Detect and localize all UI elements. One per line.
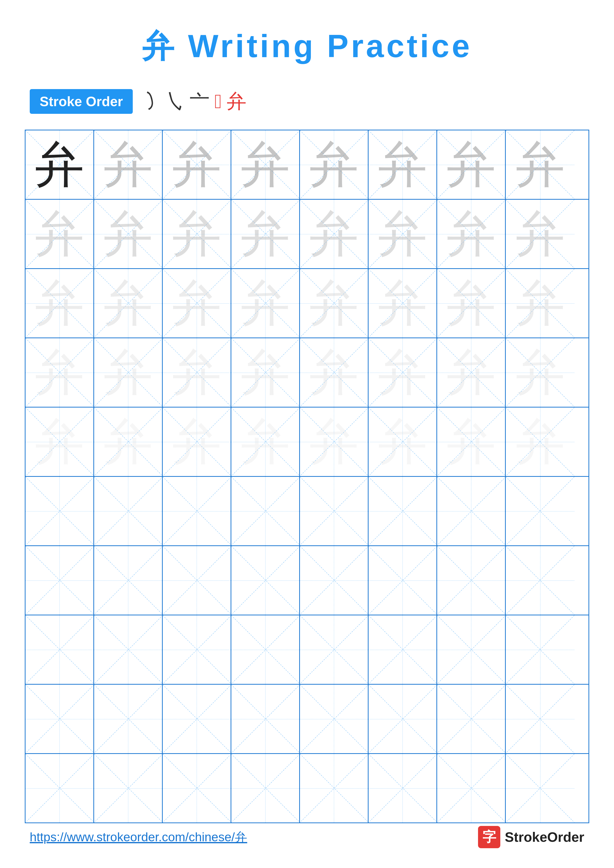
- grid-cell[interactable]: 弁: [506, 200, 574, 268]
- grid-cell[interactable]: 弁: [25, 200, 94, 268]
- empty-cell[interactable]: [231, 685, 300, 753]
- grid-cell[interactable]: 弁: [437, 269, 506, 338]
- grid-cell[interactable]: 弁: [300, 200, 368, 268]
- empty-cell[interactable]: [163, 477, 231, 546]
- empty-cell[interactable]: [506, 754, 574, 823]
- grid-cell[interactable]: 弁: [94, 269, 163, 338]
- empty-cell[interactable]: [437, 754, 506, 823]
- svg-line-138: [368, 685, 437, 753]
- grid-cell[interactable]: 弁: [231, 338, 300, 407]
- svg-line-129: [25, 685, 93, 753]
- grid-cell[interactable]: 弁: [231, 408, 300, 476]
- grid-cell[interactable]: 弁: [163, 130, 231, 199]
- guide-char: 弁: [103, 279, 153, 328]
- grid-cell[interactable]: 弁: [300, 130, 368, 199]
- grid-cell[interactable]: 弁: [437, 130, 506, 199]
- grid-cell[interactable]: 弁: [437, 338, 506, 407]
- svg-line-108: [437, 546, 505, 615]
- svg-line-112: [25, 615, 93, 684]
- empty-cell[interactable]: [231, 754, 300, 823]
- empty-cell[interactable]: [437, 546, 506, 615]
- grid-cell[interactable]: 弁: [25, 338, 94, 407]
- grid-cell[interactable]: 弁: [163, 338, 231, 407]
- grid-cell[interactable]: 弁: [25, 130, 94, 199]
- grid-cell[interactable]: 弁: [94, 338, 163, 407]
- empty-cell[interactable]: [368, 754, 437, 823]
- grid-cell[interactable]: 弁: [163, 200, 231, 268]
- empty-cell[interactable]: [25, 477, 94, 546]
- empty-cell[interactable]: [300, 615, 368, 684]
- empty-cell[interactable]: [163, 685, 231, 753]
- grid-cell[interactable]: 弁: [231, 269, 300, 338]
- grid-cell[interactable]: 弁: [94, 408, 163, 476]
- svg-line-101: [163, 546, 231, 615]
- svg-line-151: [231, 754, 299, 823]
- grid-cell[interactable]: 弁: [231, 200, 300, 268]
- empty-cell[interactable]: [300, 546, 368, 615]
- empty-cell[interactable]: [163, 754, 231, 823]
- grid-cell[interactable]: 弁: [368, 408, 437, 476]
- empty-cell[interactable]: [94, 754, 163, 823]
- empty-cell[interactable]: [506, 477, 574, 546]
- grid-cell[interactable]: 弁: [231, 130, 300, 199]
- grid-cell[interactable]: 弁: [163, 408, 231, 476]
- guide-char: 弁: [446, 279, 496, 328]
- empty-cell[interactable]: [437, 685, 506, 753]
- empty-cell[interactable]: [368, 546, 437, 615]
- svg-line-87: [231, 477, 299, 546]
- grid-cell[interactable]: 弁: [300, 269, 368, 338]
- svg-line-107: [368, 546, 437, 615]
- svg-line-99: [94, 546, 162, 615]
- empty-cell[interactable]: [506, 685, 574, 753]
- empty-cell[interactable]: [231, 615, 300, 684]
- guide-char: 弁: [241, 348, 290, 397]
- empty-cell[interactable]: [368, 615, 437, 684]
- empty-cell[interactable]: [231, 546, 300, 615]
- svg-line-110: [506, 546, 574, 615]
- grid-cell[interactable]: 弁: [94, 130, 163, 199]
- footer-url[interactable]: https://www.strokeorder.com/chinese/弁: [30, 829, 247, 845]
- empty-cell[interactable]: [368, 685, 437, 753]
- empty-cell[interactable]: [300, 685, 368, 753]
- empty-cell[interactable]: [437, 615, 506, 684]
- grid-cell[interactable]: 弁: [437, 408, 506, 476]
- grid-cell[interactable]: 弁: [506, 130, 574, 199]
- grid-cell[interactable]: 弁: [368, 338, 437, 407]
- empty-cell[interactable]: [163, 546, 231, 615]
- stroke-order-section: Stroke Order ㇁ ㇂ 亠 𠃌 弁: [30, 88, 584, 115]
- empty-cell[interactable]: [300, 754, 368, 823]
- grid-cell[interactable]: 弁: [437, 200, 506, 268]
- svg-line-102: [231, 546, 299, 615]
- empty-cell[interactable]: [25, 685, 94, 753]
- grid-cell[interactable]: 弁: [368, 130, 437, 199]
- grid-cell[interactable]: 弁: [300, 408, 368, 476]
- guide-char: 弁: [35, 209, 84, 259]
- grid-cell[interactable]: 弁: [94, 200, 163, 268]
- empty-cell[interactable]: [25, 615, 94, 684]
- grid-cell[interactable]: 弁: [163, 269, 231, 338]
- grid-cell[interactable]: 弁: [506, 408, 574, 476]
- empty-cell[interactable]: [300, 477, 368, 546]
- grid-cell[interactable]: 弁: [506, 338, 574, 407]
- grid-cell[interactable]: 弁: [368, 269, 437, 338]
- empty-cell[interactable]: [231, 477, 300, 546]
- grid-cell[interactable]: 弁: [368, 200, 437, 268]
- grid-cell[interactable]: 弁: [506, 269, 574, 338]
- empty-cell[interactable]: [506, 546, 574, 615]
- empty-cell[interactable]: [25, 546, 94, 615]
- grid-cell[interactable]: 弁: [25, 408, 94, 476]
- grid-cell[interactable]: 弁: [300, 338, 368, 407]
- empty-cell[interactable]: [94, 685, 163, 753]
- empty-cell[interactable]: [163, 615, 231, 684]
- grid-cell[interactable]: 弁: [25, 269, 94, 338]
- empty-cell[interactable]: [506, 615, 574, 684]
- logo-text: StrokeOrder: [505, 829, 584, 845]
- empty-cell[interactable]: [94, 477, 163, 546]
- empty-cell[interactable]: [25, 754, 94, 823]
- empty-cell[interactable]: [94, 546, 163, 615]
- svg-line-141: [437, 685, 505, 753]
- guide-char: 弁: [172, 279, 221, 328]
- empty-cell[interactable]: [368, 477, 437, 546]
- empty-cell[interactable]: [94, 615, 163, 684]
- empty-cell[interactable]: [437, 477, 506, 546]
